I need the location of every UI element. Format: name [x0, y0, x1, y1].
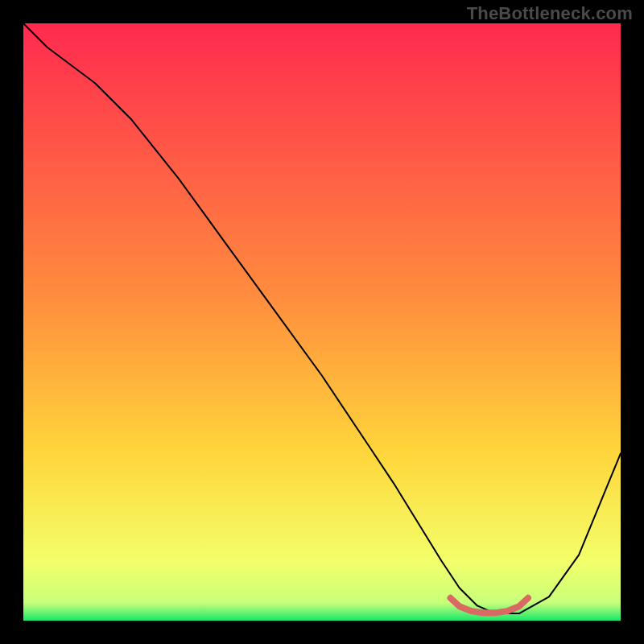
plot-area [23, 23, 621, 621]
gradient-background [23, 23, 621, 621]
watermark-label: TheBottleneck.com [467, 3, 633, 24]
chart-frame: TheBottleneck.com [0, 0, 644, 644]
chart-svg [23, 23, 621, 621]
